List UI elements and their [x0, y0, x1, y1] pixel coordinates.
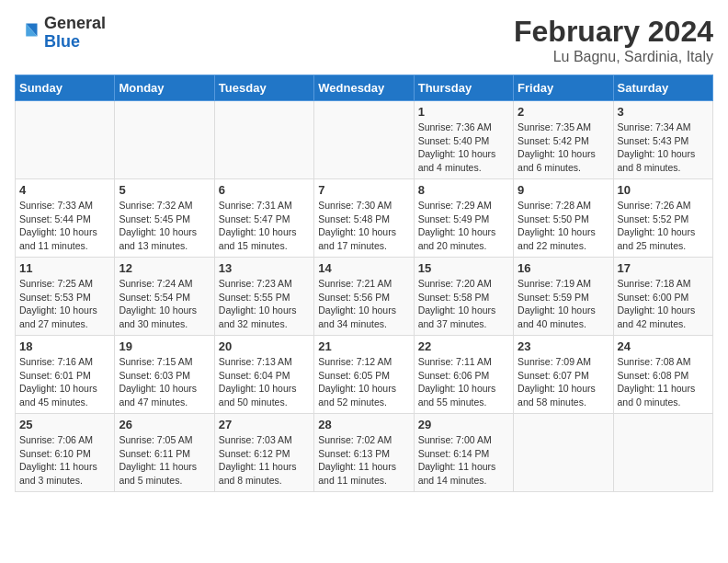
calendar-day-cell	[214, 101, 313, 179]
calendar-week-5: 25Sunrise: 7:06 AM Sunset: 6:10 PM Dayli…	[16, 414, 713, 492]
day-info: Sunrise: 7:08 AM Sunset: 6:08 PM Dayligh…	[618, 355, 709, 409]
day-info: Sunrise: 7:19 AM Sunset: 5:59 PM Dayligh…	[518, 277, 609, 331]
weekday-header-thursday: Thursday	[414, 75, 513, 101]
calendar-day-cell	[115, 101, 214, 179]
calendar-day-cell: 26Sunrise: 7:05 AM Sunset: 6:11 PM Dayli…	[115, 414, 214, 492]
calendar-day-cell	[613, 414, 712, 492]
day-info: Sunrise: 7:12 AM Sunset: 6:05 PM Dayligh…	[318, 355, 409, 409]
day-number: 10	[618, 183, 709, 197]
day-info: Sunrise: 7:32 AM Sunset: 5:45 PM Dayligh…	[119, 199, 210, 253]
day-info: Sunrise: 7:25 AM Sunset: 5:53 PM Dayligh…	[19, 277, 110, 331]
day-info: Sunrise: 7:05 AM Sunset: 6:11 PM Dayligh…	[119, 433, 210, 488]
calendar-day-cell: 25Sunrise: 7:06 AM Sunset: 6:10 PM Dayli…	[16, 414, 115, 492]
day-number: 3	[618, 105, 709, 119]
day-number: 6	[219, 183, 310, 197]
calendar-day-cell	[514, 414, 613, 492]
day-info: Sunrise: 7:18 AM Sunset: 6:00 PM Dayligh…	[618, 277, 709, 331]
day-info: Sunrise: 7:11 AM Sunset: 6:06 PM Dayligh…	[418, 355, 509, 409]
calendar-day-cell: 14Sunrise: 7:21 AM Sunset: 5:56 PM Dayli…	[314, 258, 414, 336]
day-number: 28	[318, 418, 409, 431]
day-info: Sunrise: 7:02 AM Sunset: 6:13 PM Dayligh…	[318, 433, 409, 488]
day-info: Sunrise: 7:28 AM Sunset: 5:50 PM Dayligh…	[518, 199, 609, 253]
day-info: Sunrise: 7:13 AM Sunset: 6:04 PM Dayligh…	[219, 355, 310, 409]
calendar-day-cell: 19Sunrise: 7:15 AM Sunset: 6:03 PM Dayli…	[115, 336, 214, 414]
calendar-week-2: 4Sunrise: 7:33 AM Sunset: 5:44 PM Daylig…	[16, 179, 713, 258]
day-info: Sunrise: 7:36 AM Sunset: 5:40 PM Dayligh…	[418, 121, 509, 175]
calendar-body: 1Sunrise: 7:36 AM Sunset: 5:40 PM Daylig…	[16, 101, 713, 492]
day-info: Sunrise: 7:16 AM Sunset: 6:01 PM Dayligh…	[19, 355, 110, 409]
calendar-day-cell	[314, 101, 414, 179]
day-info: Sunrise: 7:09 AM Sunset: 6:07 PM Dayligh…	[518, 355, 609, 409]
weekday-header-monday: Monday	[115, 75, 214, 101]
logo-text-line2: Blue	[44, 33, 106, 52]
day-info: Sunrise: 7:29 AM Sunset: 5:49 PM Dayligh…	[418, 199, 509, 253]
day-number: 13	[219, 261, 310, 275]
calendar-day-cell: 27Sunrise: 7:03 AM Sunset: 6:12 PM Dayli…	[214, 414, 313, 492]
calendar-day-cell: 4Sunrise: 7:33 AM Sunset: 5:44 PM Daylig…	[16, 179, 115, 258]
day-info: Sunrise: 7:23 AM Sunset: 5:55 PM Dayligh…	[219, 277, 310, 331]
calendar-day-cell: 22Sunrise: 7:11 AM Sunset: 6:06 PM Dayli…	[414, 336, 513, 414]
calendar-day-cell: 23Sunrise: 7:09 AM Sunset: 6:07 PM Dayli…	[514, 336, 613, 414]
calendar-day-cell: 17Sunrise: 7:18 AM Sunset: 6:00 PM Dayli…	[613, 258, 712, 336]
day-info: Sunrise: 7:31 AM Sunset: 5:47 PM Dayligh…	[219, 199, 310, 253]
day-info: Sunrise: 7:03 AM Sunset: 6:12 PM Dayligh…	[219, 433, 310, 488]
day-info: Sunrise: 7:33 AM Sunset: 5:44 PM Dayligh…	[19, 199, 110, 253]
day-number: 4	[19, 183, 110, 197]
day-info: Sunrise: 7:34 AM Sunset: 5:43 PM Dayligh…	[618, 121, 709, 175]
day-number: 23	[518, 339, 609, 353]
weekday-header-wednesday: Wednesday	[314, 75, 414, 101]
calendar-day-cell: 7Sunrise: 7:30 AM Sunset: 5:48 PM Daylig…	[314, 179, 414, 258]
day-number: 26	[119, 418, 210, 431]
day-info: Sunrise: 7:00 AM Sunset: 6:14 PM Dayligh…	[418, 433, 509, 488]
calendar-day-cell: 9Sunrise: 7:28 AM Sunset: 5:50 PM Daylig…	[514, 179, 613, 258]
day-info: Sunrise: 7:30 AM Sunset: 5:48 PM Dayligh…	[318, 199, 409, 253]
calendar-day-cell: 13Sunrise: 7:23 AM Sunset: 5:55 PM Dayli…	[214, 258, 313, 336]
logo: General Blue	[15, 15, 106, 52]
calendar-week-1: 1Sunrise: 7:36 AM Sunset: 5:40 PM Daylig…	[16, 101, 713, 179]
day-number: 15	[418, 261, 509, 275]
day-number: 14	[318, 261, 409, 275]
day-number: 7	[318, 183, 409, 197]
day-number: 18	[19, 339, 110, 353]
calendar-day-cell: 21Sunrise: 7:12 AM Sunset: 6:05 PM Dayli…	[314, 336, 414, 414]
day-info: Sunrise: 7:21 AM Sunset: 5:56 PM Dayligh…	[318, 277, 409, 331]
weekday-header-tuesday: Tuesday	[214, 75, 313, 101]
calendar-day-cell: 11Sunrise: 7:25 AM Sunset: 5:53 PM Dayli…	[16, 258, 115, 336]
day-number: 5	[119, 183, 210, 197]
calendar-day-cell: 28Sunrise: 7:02 AM Sunset: 6:13 PM Dayli…	[314, 414, 414, 492]
day-info: Sunrise: 7:06 AM Sunset: 6:10 PM Dayligh…	[19, 433, 110, 488]
calendar-day-cell: 16Sunrise: 7:19 AM Sunset: 5:59 PM Dayli…	[514, 258, 613, 336]
calendar-day-cell: 12Sunrise: 7:24 AM Sunset: 5:54 PM Dayli…	[115, 258, 214, 336]
day-number: 1	[418, 105, 509, 119]
calendar-day-cell: 29Sunrise: 7:00 AM Sunset: 6:14 PM Dayli…	[414, 414, 513, 492]
calendar-day-cell: 5Sunrise: 7:32 AM Sunset: 5:45 PM Daylig…	[115, 179, 214, 258]
calendar-day-cell	[16, 101, 115, 179]
calendar-day-cell: 24Sunrise: 7:08 AM Sunset: 6:08 PM Dayli…	[613, 336, 712, 414]
calendar-day-cell: 2Sunrise: 7:35 AM Sunset: 5:42 PM Daylig…	[514, 101, 613, 179]
day-number: 27	[219, 418, 310, 431]
calendar-day-cell: 6Sunrise: 7:31 AM Sunset: 5:47 PM Daylig…	[214, 179, 313, 258]
day-number: 16	[518, 261, 609, 275]
calendar-day-cell: 1Sunrise: 7:36 AM Sunset: 5:40 PM Daylig…	[414, 101, 513, 179]
calendar-day-cell: 8Sunrise: 7:29 AM Sunset: 5:49 PM Daylig…	[414, 179, 513, 258]
day-info: Sunrise: 7:20 AM Sunset: 5:58 PM Dayligh…	[418, 277, 509, 331]
title-block: February 2024 Lu Bagnu, Sardinia, Italy	[514, 15, 713, 65]
calendar-day-cell: 20Sunrise: 7:13 AM Sunset: 6:04 PM Dayli…	[214, 336, 313, 414]
day-number: 11	[19, 261, 110, 275]
page-header: General Blue February 2024 Lu Bagnu, Sar…	[15, 15, 713, 65]
weekday-header-row: SundayMondayTuesdayWednesdayThursdayFrid…	[16, 75, 713, 101]
day-number: 22	[418, 339, 509, 353]
day-number: 2	[518, 105, 609, 119]
calendar-day-cell: 15Sunrise: 7:20 AM Sunset: 5:58 PM Dayli…	[414, 258, 513, 336]
day-number: 20	[219, 339, 310, 353]
day-number: 17	[618, 261, 709, 275]
day-number: 12	[119, 261, 210, 275]
day-info: Sunrise: 7:24 AM Sunset: 5:54 PM Dayligh…	[119, 277, 210, 331]
calendar-day-cell: 3Sunrise: 7:34 AM Sunset: 5:43 PM Daylig…	[613, 101, 712, 179]
calendar-week-3: 11Sunrise: 7:25 AM Sunset: 5:53 PM Dayli…	[16, 258, 713, 336]
day-number: 21	[318, 339, 409, 353]
calendar-day-cell: 18Sunrise: 7:16 AM Sunset: 6:01 PM Dayli…	[16, 336, 115, 414]
calendar-header: SundayMondayTuesdayWednesdayThursdayFrid…	[16, 75, 713, 101]
day-number: 25	[19, 418, 110, 431]
day-number: 9	[518, 183, 609, 197]
